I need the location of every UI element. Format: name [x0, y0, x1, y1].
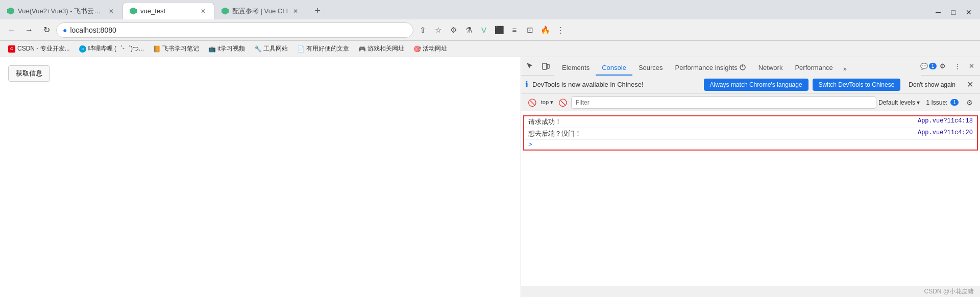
bookmark-bilibili[interactable]: b 哔哩哔哩 (゜-゜)つ...: [75, 42, 148, 55]
address-text: localhost:8080: [70, 26, 407, 34]
console-top-icon[interactable]: top ▾: [541, 96, 554, 109]
devtools-more-icon[interactable]: ⋮: [950, 60, 964, 73]
bookmark-useful-label: 有用好便的文章: [306, 44, 349, 53]
bookmark-it[interactable]: 📺 it学习视频: [204, 42, 249, 55]
notification-info-icon: ℹ: [525, 80, 528, 89]
bookmark-csdn[interactable]: C CSDN - 专业开发...: [4, 42, 74, 55]
bookmark-tools-label: 工具网站: [263, 44, 288, 53]
tab-performance-insights[interactable]: Performance insights: [669, 61, 752, 76]
devtools-tabs-row: Elements Console Sources Performance ins…: [554, 57, 921, 76]
bookmark-feishu-label: 飞书学习笔记: [162, 44, 199, 53]
maximize-button[interactable]: □: [946, 5, 961, 19]
match-language-button[interactable]: Always match Chrome's language: [704, 79, 808, 91]
address-lock-icon: ●: [63, 26, 67, 34]
console-prompt[interactable]: >: [524, 140, 977, 150]
tab-performance[interactable]: Performance: [789, 61, 839, 76]
bookmark-it-label: it学习视频: [217, 44, 245, 53]
dont-show-again-button[interactable]: Don't show again: [904, 79, 960, 91]
address-bar[interactable]: ● localhost:8080: [56, 22, 413, 38]
console-badge: 1: [929, 63, 937, 69]
device-toolbar-icon[interactable]: [538, 59, 553, 73]
bookmark-game[interactable]: 🎮 游戏相关网址: [354, 42, 408, 55]
forward-button[interactable]: →: [21, 22, 37, 38]
main-area: 获取信息 Elements Console Sources Performan: [0, 57, 980, 297]
bookmark-tools[interactable]: 🔧 工具网站: [250, 42, 292, 55]
bookmarks-bar: C CSDN - 专业开发... b 哔哩哔哩 (゜-゜)つ... 📙 飞书学习…: [0, 41, 980, 57]
bookmark-csdn-label: CSDN - 专业开发...: [17, 44, 70, 53]
feishu-bookmark-icon: 📙: [153, 45, 160, 53]
get-info-button[interactable]: 获取信息: [8, 65, 50, 82]
log-text-1: 请求成功！: [528, 117, 918, 127]
log-entry-1: 请求成功！ App.vue?11c4:18: [524, 116, 977, 128]
minimize-button[interactable]: ─: [931, 5, 945, 19]
tab-favicon-1: [7, 7, 15, 15]
tab-title-3: 配置参考 | Vue CLI: [232, 7, 288, 16]
devtools-close-icon[interactable]: ✕: [965, 60, 978, 73]
toolbar-actions: ⇧ ☆ ⚙ ⚗ V ⬛ ≡ ⊡ 🔥 ⋮: [415, 23, 568, 37]
console-toolbar: 🚫 top ▾ 🚫 Default levels ▾ 1 Issue: 1 ⚙: [521, 94, 980, 111]
devtools-notification: ℹ DevTools is now available in Chinese! …: [521, 76, 980, 94]
tab-sources[interactable]: Sources: [632, 61, 669, 76]
issues-badge: 1 Issue: 1: [926, 99, 959, 106]
svg-rect-0: [543, 63, 547, 69]
notification-message: DevTools is now available in Chinese!: [532, 81, 700, 88]
tab-title-1: Vue(Vue2+Vue3) - 飞书云文档: [18, 7, 104, 16]
tab-favicon-3: [221, 7, 229, 15]
chrome-labs-icon[interactable]: ⚗: [461, 23, 476, 37]
element-picker-icon[interactable]: [523, 59, 537, 73]
reload-button[interactable]: ↻: [39, 22, 54, 38]
switch-chinese-button[interactable]: Switch DevTools to Chinese: [813, 79, 901, 91]
tab-network[interactable]: Network: [752, 61, 789, 76]
useful-bookmark-icon: 📄: [297, 45, 304, 53]
more-menu-icon[interactable]: ⋮: [553, 23, 568, 37]
tab-close-2[interactable]: ✕: [199, 7, 208, 16]
ext2-icon[interactable]: ≡: [507, 23, 522, 37]
new-tab-button[interactable]: +: [309, 2, 326, 19]
csdn-bookmark-icon: C: [8, 45, 15, 53]
default-levels-dropdown[interactable]: Default levels ▾: [878, 99, 920, 106]
close-button[interactable]: ✕: [962, 5, 976, 19]
console-output-area: 请求成功！ App.vue?11c4:18 想去后端？没门！ App.vue?1…: [523, 115, 978, 151]
devtools-panel: Elements Console Sources Performance ins…: [521, 57, 980, 297]
extensions-icon[interactable]: ⬛: [492, 23, 506, 37]
tab-close-1[interactable]: ✕: [107, 7, 116, 16]
prompt-chevron-icon: >: [528, 141, 532, 148]
console-clear-icon[interactable]: 🚫: [525, 96, 538, 109]
toolbar: ← → ↻ ● localhost:8080 ⇧ ☆ ⚙ ⚗ V ⬛ ≡ ⊡ 🔥…: [0, 19, 980, 41]
chrome-tune-icon[interactable]: ⚙: [446, 23, 460, 37]
tab-vue-test[interactable]: vue_test ✕: [122, 2, 214, 19]
tab-close-3[interactable]: ✕: [291, 7, 300, 16]
bookmark-useful[interactable]: 📄 有用好便的文章: [293, 42, 353, 55]
tab-more-button[interactable]: »: [839, 62, 851, 76]
bookmark-feishu[interactable]: 📙 飞书学习笔记: [149, 42, 203, 55]
flame-icon[interactable]: 🔥: [538, 23, 552, 37]
devtools-tab-icons: 💬1 ⚙ ⋮ ✕: [922, 60, 978, 73]
tools-bookmark-icon: 🔧: [254, 45, 261, 53]
bookmark-game-label: 游戏相关网址: [368, 44, 404, 53]
active-bookmark-icon: 🎯: [413, 45, 421, 53]
notification-close-icon[interactable]: ✕: [964, 79, 976, 91]
tab-favicon-2: [129, 7, 137, 15]
log-source-2[interactable]: App.vue?11c4:20: [918, 129, 973, 136]
footer-watermark: CSDN @小花皮猪: [924, 287, 974, 296]
window-toggle-icon[interactable]: ⊡: [523, 23, 537, 37]
tab-title-2: vue_test: [140, 7, 195, 15]
log-text-2: 想去后端？没门！: [528, 129, 918, 138]
share-icon[interactable]: ⇧: [415, 23, 430, 37]
page-content: 获取信息: [0, 57, 521, 297]
tab-vue-docs[interactable]: Vue(Vue2+Vue3) - 飞书云文档 ✕: [0, 2, 122, 19]
vue-devtools-icon[interactable]: V: [477, 23, 491, 37]
bookmark-active[interactable]: 🎯 活动网址: [409, 42, 451, 55]
tab-console[interactable]: Console: [596, 61, 632, 76]
window-controls: ─ □ ✕: [927, 5, 980, 19]
console-block-icon[interactable]: 🚫: [556, 96, 569, 109]
tab-elements[interactable]: Elements: [556, 61, 596, 76]
settings-icon[interactable]: ⚙: [936, 60, 949, 73]
bookmark-icon[interactable]: ☆: [431, 23, 445, 37]
back-button[interactable]: ←: [4, 22, 19, 38]
console-filter-input[interactable]: [571, 96, 876, 109]
tab-vue-cli[interactable]: 配置参考 | Vue CLI ✕: [214, 2, 307, 19]
log-source-1[interactable]: App.vue?11c4:18: [918, 117, 973, 125]
console-settings-icon[interactable]: ⚙: [963, 96, 976, 109]
console-content: 请求成功！ App.vue?11c4:18 想去后端？没门！ App.vue?1…: [521, 111, 980, 286]
